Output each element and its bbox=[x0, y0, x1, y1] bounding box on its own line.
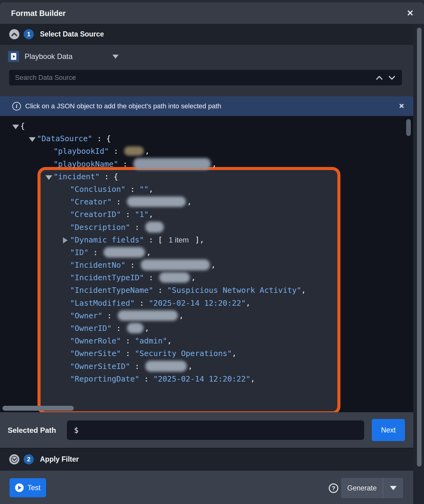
json-line[interactable]: "ReportingDate" : "2025-02-14 12:20:22", bbox=[0, 373, 413, 385]
json-tree: {"DataSource" : {"playbookId" : ,"playbo… bbox=[0, 116, 413, 385]
step1-title: Select Data Source bbox=[40, 30, 104, 38]
collapse-triangle-icon[interactable] bbox=[12, 122, 20, 131]
json-token-punc: : bbox=[139, 374, 153, 383]
json-line[interactable]: "OwnerID" : , bbox=[0, 322, 413, 335]
json-token-punc: : bbox=[121, 210, 135, 219]
redacted-value bbox=[133, 158, 211, 170]
data-source-selected-value: Playbook Data bbox=[25, 52, 73, 61]
help-icon[interactable]: ? bbox=[329, 483, 338, 493]
playbook-icon bbox=[8, 51, 19, 62]
json-token-punc: , bbox=[250, 374, 255, 383]
expander-spacer bbox=[62, 337, 70, 346]
json-token-str: "" bbox=[139, 185, 149, 194]
generate-dropdown-button[interactable] bbox=[383, 478, 403, 498]
json-line[interactable]: "ID" : , bbox=[0, 246, 413, 259]
json-line[interactable]: "OwnerSiteID" : , bbox=[0, 360, 413, 373]
expander-spacer bbox=[62, 349, 70, 359]
json-token-punc: , bbox=[232, 349, 237, 358]
json-token-punc: , bbox=[149, 210, 153, 219]
json-token-punc: , bbox=[246, 299, 250, 308]
json-token-punc: , bbox=[212, 160, 217, 169]
json-token-punc: , bbox=[301, 286, 306, 295]
json-line[interactable]: { bbox=[0, 120, 413, 132]
json-token-punc: : bbox=[130, 223, 144, 232]
dropdown-caret-icon bbox=[112, 55, 119, 59]
json-line[interactable]: "Dynamic fields" : [1 item], bbox=[0, 234, 413, 246]
json-line[interactable]: "Owner" : , bbox=[0, 309, 413, 322]
json-token-key: "OwnerID" bbox=[70, 324, 112, 333]
step2-expand-button[interactable] bbox=[9, 454, 19, 464]
collapse-triangle-icon[interactable] bbox=[45, 173, 53, 182]
redacted-value bbox=[104, 247, 145, 258]
json-token-str: "2025-02-14 12:20:22" bbox=[149, 299, 246, 308]
selected-path-label: Selected Path bbox=[8, 412, 56, 448]
generate-split-button: Generate bbox=[341, 478, 403, 498]
json-token-key: "LastModified" bbox=[70, 299, 135, 308]
redacted-value bbox=[127, 196, 186, 207]
info-banner-close-icon[interactable]: ✕ bbox=[397, 101, 406, 111]
dialog-close-icon[interactable]: ✕ bbox=[404, 7, 417, 20]
json-line[interactable]: "incident" : { bbox=[0, 170, 413, 183]
json-line[interactable]: "Conclusion" : "", bbox=[0, 183, 413, 196]
json-line[interactable]: "CreatorID" : "1", bbox=[0, 208, 413, 221]
json-line[interactable]: "playbookName" : , bbox=[0, 158, 413, 170]
data-source-dropdown[interactable]: Playbook Data bbox=[8, 51, 119, 62]
step2-number-badge: 2 bbox=[24, 454, 34, 464]
json-line[interactable]: "OwnerRole" : "admin", bbox=[0, 335, 413, 347]
json-vertical-scrollbar[interactable] bbox=[406, 119, 411, 136]
json-line[interactable]: "IncidentNo" : , bbox=[0, 259, 413, 271]
generate-button[interactable]: Generate bbox=[341, 478, 383, 498]
step1-collapse-button[interactable] bbox=[9, 29, 19, 39]
json-token-punc: : bbox=[118, 160, 132, 169]
search-prev-icon[interactable] bbox=[376, 76, 383, 80]
expander-spacer bbox=[62, 248, 70, 258]
json-line[interactable]: "playbookId" : , bbox=[0, 145, 413, 157]
redacted-value bbox=[145, 361, 187, 372]
json-token-punc: { bbox=[20, 122, 25, 130]
json-token-key: "IncidentTypeName" bbox=[70, 286, 153, 295]
expander-spacer bbox=[62, 375, 70, 384]
json-token-key: "CreatorID" bbox=[70, 210, 121, 219]
json-token-punc: : bbox=[153, 286, 167, 295]
chevron-up-icon bbox=[11, 33, 17, 36]
json-line[interactable]: "IncidentTypeName" : "Suspicious Network… bbox=[0, 284, 413, 297]
json-line[interactable]: "IncidentTypeID" : , bbox=[0, 271, 413, 284]
search-input[interactable] bbox=[15, 74, 376, 82]
redacted-value bbox=[127, 323, 143, 333]
expand-triangle-icon[interactable] bbox=[62, 236, 70, 245]
json-token-key: "OwnerRole" bbox=[70, 336, 121, 345]
json-token-punc: ], bbox=[195, 235, 204, 244]
redacted-value bbox=[141, 259, 210, 270]
expander-spacer bbox=[62, 312, 70, 321]
collapse-triangle-icon[interactable] bbox=[29, 134, 37, 144]
json-line[interactable]: "Creator" : , bbox=[0, 196, 413, 208]
json-token-key: "playbookName" bbox=[53, 160, 118, 169]
json-line[interactable]: "DataSource" : { bbox=[0, 132, 413, 145]
format-builder-dialog: Format Builder ✕ 1 Select Data Source Pl… bbox=[0, 0, 424, 504]
json-token-punc: : bbox=[109, 147, 123, 156]
json-token-punc: : bbox=[88, 248, 102, 257]
selected-path-field-wrap bbox=[67, 421, 364, 440]
selected-path-input[interactable] bbox=[67, 421, 364, 440]
json-horizontal-scrollbar[interactable] bbox=[2, 406, 74, 411]
expander-spacer bbox=[62, 286, 70, 295]
json-token-punc: : bbox=[135, 299, 149, 308]
search-next-icon[interactable] bbox=[388, 76, 395, 80]
next-button[interactable]: Next bbox=[372, 419, 405, 441]
expander-spacer bbox=[62, 324, 70, 333]
expander-spacer bbox=[45, 147, 53, 156]
json-line[interactable]: "OwnerSite" : "Security Operations", bbox=[0, 347, 413, 360]
expander-spacer bbox=[45, 160, 53, 169]
json-token-str: "Suspicious Network Activity" bbox=[167, 286, 301, 295]
expander-spacer bbox=[62, 261, 70, 270]
test-button[interactable]: Test bbox=[10, 478, 46, 497]
caret-down-icon bbox=[390, 486, 397, 490]
json-token-punc: : bbox=[121, 336, 135, 345]
dialog-scrollbar-thumb[interactable] bbox=[417, 28, 422, 467]
json-line[interactable]: "LastModified" : "2025-02-14 12:20:22", bbox=[0, 297, 413, 309]
info-banner-text: Click on a JSON object to add the object… bbox=[25, 102, 221, 110]
step1-header: 1 Select Data Source bbox=[0, 24, 424, 45]
json-token-key: "ID" bbox=[70, 248, 88, 257]
json-line[interactable]: "Description" : bbox=[0, 221, 413, 234]
search-bar bbox=[9, 70, 402, 85]
